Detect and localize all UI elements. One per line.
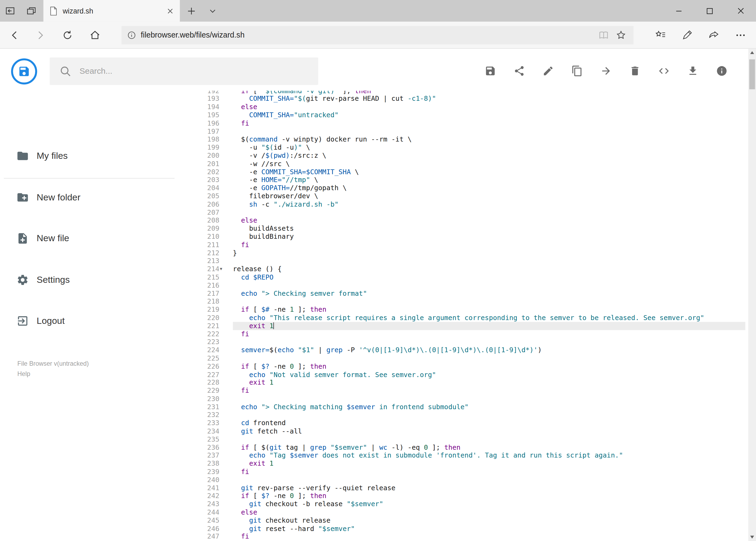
code-line[interactable]: 234 git fetch --all	[190, 427, 745, 435]
code-line[interactable]: 193 COMMIT_SHA="$(git rev-parse HEAD | c…	[190, 95, 745, 103]
edit-button[interactable]	[539, 61, 558, 81]
code-line[interactable]: 240	[190, 476, 745, 484]
code-line[interactable]: 215 cd $REPO	[190, 273, 745, 281]
code-line[interactable]: 241 git rev-parse --verify --quiet relea…	[190, 484, 745, 492]
code-line[interactable]: 233 cd frontend	[190, 419, 745, 427]
code-line[interactable]: 207	[190, 208, 745, 216]
code-line[interactable]: 214▾release () {	[190, 265, 745, 273]
code-line[interactable]: 231 echo "> Checking matching $semver in…	[190, 403, 745, 411]
refresh-button[interactable]	[57, 25, 78, 46]
code-line[interactable]: 246 git reset --hard "$semver"	[190, 525, 745, 533]
code-line[interactable]: 225	[190, 354, 745, 362]
code-line[interactable]: 211 fi	[190, 241, 745, 249]
code-line[interactable]: 197	[190, 127, 745, 135]
tabs-preview-button[interactable]	[21, 0, 42, 22]
code-line[interactable]: 236 if [ $(git tag | grep "$semver" | wc…	[190, 443, 745, 452]
code-line[interactable]: 206 sh -c "./wizard.sh -b"	[190, 200, 745, 208]
sidebar-item-settings[interactable]: Settings	[0, 266, 178, 294]
code-line[interactable]: 205 filebrowser/dev \	[190, 192, 745, 200]
code-line[interactable]: 222 fi	[190, 330, 745, 338]
code-line[interactable]: 242 if [ $? -ne 0 ]; then	[190, 492, 745, 500]
code-line[interactable]: 245 git checkout release	[190, 516, 745, 525]
code-line[interactable]: 204 -e GOPATH=//tmp/gopath \	[190, 184, 745, 192]
code-line[interactable]: 238 exit 1	[190, 460, 745, 468]
tab-preview-chevron-button[interactable]	[202, 0, 223, 22]
code-line[interactable]: 210 buildBinary	[190, 233, 745, 241]
save-button[interactable]	[481, 61, 500, 81]
close-tab-icon[interactable]	[166, 7, 174, 15]
copy-button[interactable]	[568, 61, 587, 81]
tab-wizard-sh[interactable]: wizard.sh	[44, 0, 180, 22]
maximize-button[interactable]	[694, 0, 725, 22]
sidebar-item-logout[interactable]: Logout	[0, 306, 178, 335]
code-line[interactable]: 200 -v /$(pwd):/src:z \	[190, 152, 745, 160]
code-line[interactable]: 228 exit 1	[190, 378, 745, 386]
scrollbar-down-arrow[interactable]	[748, 533, 756, 541]
reading-view-button[interactable]	[595, 26, 612, 44]
site-info-icon[interactable]	[127, 31, 136, 39]
help-link[interactable]: Help	[17, 369, 89, 379]
code-line[interactable]: 239 fi	[190, 468, 745, 476]
back-button[interactable]	[4, 25, 25, 46]
code-view-button[interactable]	[654, 61, 673, 81]
code-line[interactable]: 198 $(command -v winpty) docker run --rm…	[190, 135, 745, 144]
code-line[interactable]: 194 else	[190, 103, 745, 111]
url-text[interactable]: filebrowser.web/files/wizard.sh	[141, 31, 245, 39]
code-line[interactable]: 247 fi	[190, 533, 745, 541]
code-line[interactable]: 199 -u "$(id -u)" \	[190, 144, 745, 152]
code-line[interactable]: 209 buildAssets	[190, 225, 745, 233]
code-line[interactable]: 213	[190, 257, 745, 265]
code-line[interactable]: 227 echo "Not valid semver format. See s…	[190, 370, 745, 378]
code-line[interactable]: 230	[190, 395, 745, 403]
code-line[interactable]: 208 else	[190, 216, 745, 225]
minimize-button[interactable]	[663, 0, 694, 22]
scrollbar-thumb[interactable]	[749, 59, 755, 89]
sidebar-item-new-folder[interactable]: New folder	[0, 183, 178, 212]
search-input[interactable]	[50, 58, 318, 85]
code-line[interactable]: 202 -e COMMIT_SHA=$COMMIT_SHA \	[190, 168, 745, 176]
page-scrollbar[interactable]	[748, 49, 756, 541]
share-button[interactable]	[703, 25, 725, 46]
code-line[interactable]: 201 -w //src \	[190, 160, 745, 168]
code-line[interactable]: 219 if [ $# -ne 1 ]; then	[190, 305, 745, 313]
code-line[interactable]: 220 echo "This release script requires a…	[190, 313, 745, 322]
close-window-button[interactable]	[725, 0, 756, 22]
code-line[interactable]: 218	[190, 297, 745, 305]
code-line[interactable]: 244 else	[190, 508, 745, 516]
set-tabs-aside-button[interactable]	[0, 0, 20, 22]
delete-button[interactable]	[626, 61, 644, 81]
code-line[interactable]: 212}	[190, 249, 745, 257]
code-line[interactable]: 203 -e HOME="//tmp" \	[190, 176, 745, 184]
forward-button[interactable]	[30, 25, 51, 46]
web-note-button[interactable]	[676, 25, 698, 46]
code-line[interactable]: 226 if [ $? -ne 0 ]; then	[190, 362, 745, 370]
home-button[interactable]	[85, 25, 106, 46]
code-line[interactable]: 243 git checkout -b release "$semver"	[190, 500, 745, 508]
sidebar-item-my-files[interactable]: My files	[0, 142, 178, 171]
favorite-star-button[interactable]	[613, 26, 630, 44]
code-line[interactable]: 217 echo "> Checking semver format"	[190, 289, 745, 297]
fold-arrow-icon[interactable]: ▾	[220, 266, 222, 272]
code-line[interactable]: 223	[190, 338, 745, 346]
sidebar-item-new-file[interactable]: New file	[0, 224, 178, 253]
code-line[interactable]: 229 fi	[190, 386, 745, 395]
new-tab-button[interactable]	[181, 0, 202, 22]
code-line[interactable]: 221 exit 1	[190, 322, 745, 330]
share-file-button[interactable]	[510, 61, 529, 81]
code-line[interactable]: 192 if [ "$(command -v git)" ]; then	[190, 91, 745, 95]
code-line[interactable]: 196 fi	[190, 119, 745, 127]
move-button[interactable]	[597, 61, 616, 81]
scrollbar-up-arrow[interactable]	[748, 49, 756, 56]
code-line[interactable]: 224 semver=$(echo "$1" | grep -P '^v(0|[…	[190, 346, 745, 354]
code-line[interactable]: 235	[190, 435, 745, 443]
code-line[interactable]: 237 echo "Tag $semver does not exist in …	[190, 452, 745, 460]
filebrowser-logo[interactable]	[11, 58, 38, 85]
info-button[interactable]	[712, 61, 731, 81]
code-editor[interactable]: 192 if [ "$(command -v git)" ]; then193 …	[190, 91, 745, 541]
hub-button[interactable]	[650, 25, 671, 46]
code-line[interactable]: 195 COMMIT_SHA="untracked"	[190, 111, 745, 119]
more-menu-button[interactable]	[730, 25, 751, 46]
download-button[interactable]	[683, 61, 702, 81]
address-bar[interactable]: filebrowser.web/files/wizard.sh	[122, 26, 633, 44]
code-line[interactable]: 232	[190, 411, 745, 419]
